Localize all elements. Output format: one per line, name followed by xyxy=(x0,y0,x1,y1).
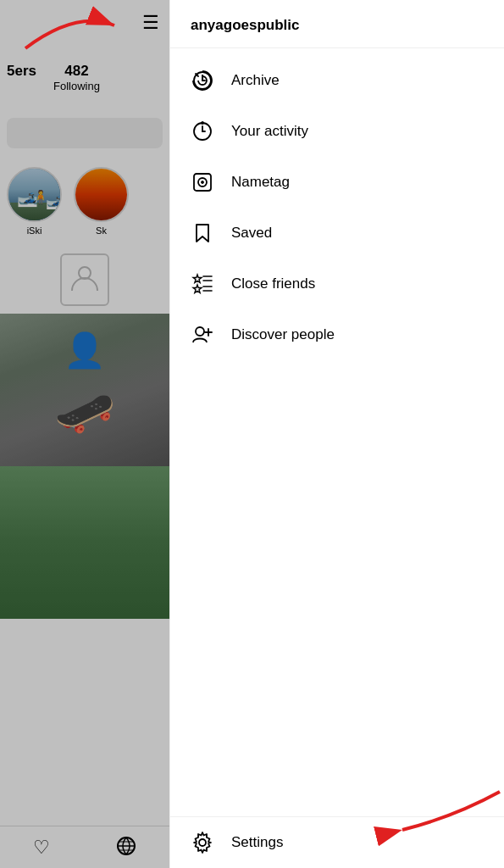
svg-marker-12 xyxy=(193,285,202,293)
activity-icon xyxy=(191,120,214,143)
settings-icon xyxy=(191,831,214,854)
close-friends-label: Close friends xyxy=(231,275,315,292)
svg-point-5 xyxy=(202,122,203,124)
svg-point-8 xyxy=(202,181,203,183)
discover-label: Discover people xyxy=(231,326,335,343)
menu-item-saved[interactable]: Saved xyxy=(170,208,504,259)
red-arrow-bottom xyxy=(352,783,504,851)
menu-item-archive[interactable]: Archive xyxy=(170,55,504,106)
nametag-label: Nametag xyxy=(231,174,290,191)
menu-items-list: Archive Your activity xyxy=(170,48,504,816)
svg-point-18 xyxy=(199,839,206,846)
saved-icon xyxy=(191,221,214,245)
red-arrow-top xyxy=(8,2,127,61)
menu-username: anyagoespublic xyxy=(170,0,504,48)
menu-item-nametag[interactable]: Nametag xyxy=(170,157,504,208)
saved-label: Saved xyxy=(231,225,272,242)
svg-marker-9 xyxy=(193,275,202,283)
discover-icon xyxy=(191,323,214,347)
menu-item-close-friends[interactable]: Close friends xyxy=(170,259,504,309)
archive-label: Archive xyxy=(231,72,280,89)
archive-icon xyxy=(191,69,214,92)
settings-label: Settings xyxy=(231,834,283,851)
nametag-icon xyxy=(191,170,214,194)
activity-label: Your activity xyxy=(231,123,308,140)
menu-item-discover[interactable]: Discover people xyxy=(170,309,504,360)
svg-point-15 xyxy=(196,327,204,336)
dim-overlay xyxy=(0,0,169,868)
close-friends-icon xyxy=(191,272,214,296)
menu-item-activity[interactable]: Your activity xyxy=(170,106,504,157)
drawer-menu: anyagoespublic Archive xyxy=(169,0,504,868)
